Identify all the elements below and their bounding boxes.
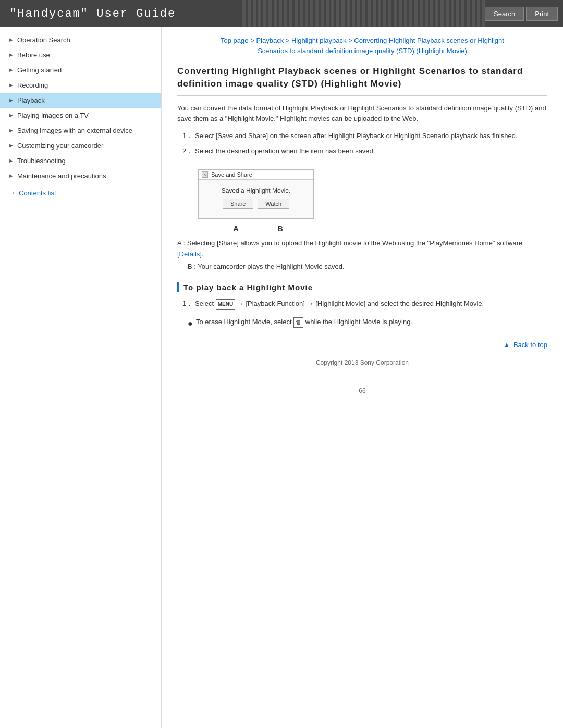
caption-b: B : Your camcorder plays the Highlight M…	[188, 262, 547, 273]
menu-icon: MENU	[216, 299, 235, 310]
sidebar-item-playing-images[interactable]: ► Playing images on a TV	[0, 108, 161, 123]
playback-step-1: 1． Select MENU → [Playback Function] → […	[182, 299, 547, 310]
intro-text: You can convert the data format of Highl…	[177, 103, 547, 125]
sidebar-item-label: Playing images on a TV	[17, 112, 156, 119]
step-2: 2． Select the desired operation when the…	[182, 146, 547, 157]
label-a: A	[233, 224, 239, 233]
breadcrumb-highlight-playback[interactable]: Highlight playback	[291, 36, 347, 44]
breadcrumb: Top page > Playback > Highlight playback…	[177, 35, 547, 56]
bullet-dot: ●	[188, 317, 196, 330]
playback-step-num: 1．	[182, 299, 195, 310]
arrow-icon: ►	[8, 36, 14, 43]
arrow-icon: ►	[8, 142, 14, 149]
sidebar-item-label: Customizing your camcorder	[17, 142, 156, 150]
sidebar-item-label: Before use	[17, 51, 156, 59]
section-bar-icon	[177, 282, 179, 292]
screenshot-titlebar: × Save and Share	[199, 170, 313, 180]
sidebar-item-label: Saving images with an external device	[17, 127, 156, 134]
app-title: "Handycam" User Guide	[0, 7, 176, 20]
bullet-item-1: ● To erase Highlight Movie, select 🗑 whi…	[188, 317, 547, 330]
arrow-icon: ►	[8, 67, 14, 73]
playback-step-text: Select MENU → [Playback Function] → [Hig…	[195, 299, 547, 310]
header-stripe-pattern	[242, 0, 485, 27]
details-link[interactable]: [Details]	[177, 250, 202, 258]
breadcrumb-playback[interactable]: Playback	[256, 36, 284, 44]
header-buttons: Search Print	[485, 0, 563, 27]
arrow-right-2: →	[307, 300, 316, 307]
step-1: 1． Select [Save and Share] on the screen…	[182, 131, 547, 142]
main-content: Top page > Playback > Highlight playback…	[162, 27, 563, 728]
footer-copyright: Copyright 2013 Sony Corporation	[316, 359, 409, 366]
sidebar-item-before-use[interactable]: ► Before use	[0, 47, 161, 63]
back-to-top-label: Back to top	[513, 341, 547, 349]
ab-labels: A B	[198, 224, 313, 233]
arrow-icon: ►	[8, 157, 14, 164]
caption-a: A : Selecting [Share] allows you to uplo…	[177, 238, 547, 260]
arrow-right-1: →	[237, 300, 246, 307]
breadcrumb-sep1: >	[250, 36, 256, 44]
label-b: B	[277, 224, 283, 233]
sidebar-item-label: Getting started	[17, 66, 156, 74]
screenshot-body: Saved a Highlight Movie. Share Watch	[199, 180, 313, 218]
screenshot-box: × Save and Share Saved a Highlight Movie…	[198, 169, 314, 219]
footer: Copyright 2013 Sony Corporation	[177, 349, 547, 372]
sidebar: ► Operation Search ► Before use ► Gettin…	[0, 27, 162, 728]
sidebar-item-troubleshooting[interactable]: ► Troubleshooting	[0, 153, 161, 168]
step-2-text: Select the desired operation when the it…	[195, 146, 547, 157]
steps-list: 1． Select [Save and Share] on the screen…	[182, 131, 547, 157]
sidebar-item-label: Recording	[17, 81, 156, 89]
arrow-icon: ►	[8, 112, 14, 118]
sidebar-item-playback[interactable]: ► Playback	[0, 93, 161, 108]
arrow-icon: ►	[8, 97, 14, 103]
sidebar-item-maintenance[interactable]: ► Maintenance and precautions	[0, 168, 161, 183]
section-heading-text: To play back a Highlight Movie	[183, 283, 313, 292]
step-1-num: 1．	[182, 131, 195, 142]
screenshot-buttons: Share Watch	[204, 199, 308, 213]
screenshot-area: × Save and Share Saved a Highlight Movie…	[188, 164, 547, 233]
contents-list-link[interactable]: → Contents list	[0, 183, 161, 202]
screenshot-watch-btn[interactable]: Watch	[258, 199, 289, 209]
back-to-top: ▲ Back to top	[177, 341, 547, 349]
search-button[interactable]: Search	[485, 7, 524, 21]
trash-icon: 🗑	[293, 317, 303, 328]
breadcrumb-top-page[interactable]: Top page	[221, 36, 249, 44]
section-heading: To play back a Highlight Movie	[177, 282, 547, 292]
back-to-top-link[interactable]: ▲ Back to top	[503, 341, 547, 349]
sidebar-item-label: Troubleshooting	[17, 157, 156, 165]
sidebar-item-operation-search[interactable]: ► Operation Search	[0, 32, 161, 47]
playback-steps: 1． Select MENU → [Playback Function] → […	[182, 299, 547, 310]
sidebar-item-saving-images[interactable]: ► Saving images with an external device	[0, 123, 161, 138]
screenshot-inner: × Save and Share Saved a Highlight Movie…	[199, 170, 313, 218]
main-layout: ► Operation Search ► Before use ► Gettin…	[0, 27, 563, 728]
step-1-text: Select [Save and Share] on the screen af…	[195, 131, 547, 142]
breadcrumb-sep2: >	[286, 36, 291, 44]
screenshot-close-btn[interactable]: ×	[202, 171, 208, 178]
header: "Handycam" User Guide Search Print	[0, 0, 563, 27]
arrow-icon: ►	[8, 127, 14, 133]
screenshot-share-btn[interactable]: Share	[223, 199, 253, 209]
arrow-icon: ►	[8, 82, 14, 88]
step-2-num: 2．	[182, 146, 195, 157]
screenshot-body-text: Saved a Highlight Movie.	[222, 187, 291, 194]
page-title: Converting Highlight Playback scenes or …	[177, 65, 547, 96]
bullet-text: To erase Highlight Movie, select 🗑 while…	[196, 317, 412, 328]
sidebar-item-label: Operation Search	[17, 36, 156, 44]
sidebar-item-recording[interactable]: ► Recording	[0, 78, 161, 93]
sidebar-item-label: Playback	[17, 96, 156, 104]
page-number: 66	[177, 372, 547, 400]
header-title-area: "Handycam" User Guide	[0, 0, 242, 27]
breadcrumb-sep3: >	[348, 36, 354, 44]
contents-list-label: Contents list	[19, 189, 56, 197]
arrow-icon: ►	[8, 172, 14, 179]
screenshot-title-text: Save and Share	[211, 171, 252, 178]
contents-list-arrow-icon: →	[8, 189, 16, 197]
print-button[interactable]: Print	[526, 7, 558, 21]
back-to-top-triangle-icon: ▲	[503, 341, 510, 349]
arrow-icon: ►	[8, 52, 14, 58]
sidebar-item-getting-started[interactable]: ► Getting started	[0, 63, 161, 78]
sidebar-item-label: Maintenance and precautions	[17, 172, 156, 180]
sidebar-item-customizing[interactable]: ► Customizing your camcorder	[0, 138, 161, 153]
